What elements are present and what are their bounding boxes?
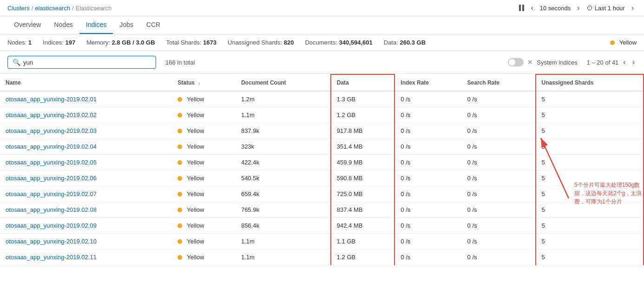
cell-search-rate: 0 /s <box>462 91 536 107</box>
cell-name: otosaas_app_yunxing-2019.02.09 <box>0 218 172 234</box>
cell-name: otosaas_app_yunxing-2019.02.03 <box>0 123 172 139</box>
index-link[interactable]: otosaas_app_yunxing-2019.02.10 <box>6 238 97 245</box>
breadcrumb-clusters[interactable]: Clusters <box>7 5 30 12</box>
row-status-label: Yellow <box>187 175 204 182</box>
row-status-dot <box>177 129 182 133</box>
cluster-status: Yellow <box>610 39 637 46</box>
pagination-next-button[interactable]: › <box>631 57 637 67</box>
interval-next-button[interactable]: › <box>574 3 582 13</box>
col-header-index-rate[interactable]: Index Rate <box>394 74 461 91</box>
tab-jobs[interactable]: Jobs <box>113 16 140 34</box>
total-count: 166 in total <box>165 59 195 66</box>
index-link[interactable]: otosaas_app_yunxing-2019.02.04 <box>6 143 97 150</box>
row-status-label: Yellow <box>187 206 204 213</box>
pagination-info: 1 – 20 of 41 <box>587 59 619 66</box>
cell-search-rate: 0 /s <box>462 123 536 139</box>
cell-unassigned: 5 <box>536 202 644 218</box>
cell-name: otosaas_app_yunxing-2019.02.06 <box>0 170 172 186</box>
cell-search-rate: 0 /s <box>462 234 536 249</box>
search-box[interactable]: 🔍 <box>7 56 156 69</box>
row-status-dot <box>177 192 182 197</box>
col-header-unassigned[interactable]: Unassigned Shards <box>536 74 644 91</box>
table-row: otosaas_app_yunxing-2019.02.11 Yellow 1.… <box>0 249 644 265</box>
col-header-data[interactable]: Data <box>331 74 395 91</box>
col-header-doc-count[interactable]: Document Count <box>236 74 331 91</box>
row-status-label: Yellow <box>187 96 204 103</box>
cell-unassigned: 5 <box>536 170 644 186</box>
cell-doc-count: 540.5k <box>236 170 331 186</box>
cell-index-rate: 0 /s <box>394 170 461 186</box>
cell-index-rate: 0 /s <box>394 218 461 234</box>
cell-unassigned: 5 <box>536 249 644 265</box>
cell-index-rate: 0 /s <box>394 107 461 123</box>
stat-unassigned-shards-label: Unassigned Shards: <box>228 39 282 46</box>
breadcrumb-elasticsearch-link[interactable]: elasticsearch <box>35 5 70 12</box>
index-link[interactable]: otosaas_app_yunxing-2019.02.11 <box>6 254 97 261</box>
index-link[interactable]: otosaas_app_yunxing-2019.02.01 <box>6 96 97 103</box>
cell-data: 351.4 MB <box>331 139 395 155</box>
cell-unassigned: 5 <box>536 186 644 202</box>
index-link[interactable]: otosaas_app_yunxing-2019.02.07 <box>6 190 97 197</box>
cell-index-rate: 0 /s <box>394 91 461 107</box>
index-link[interactable]: otosaas_app_yunxing-2019.02.06 <box>6 175 97 182</box>
cell-index-rate: 0 /s <box>394 155 461 170</box>
system-indices-control: ✕ System indices <box>508 58 577 66</box>
system-indices-label: System indices <box>537 59 577 66</box>
tab-indices[interactable]: Indices <box>79 16 113 34</box>
time-range: ⏲ Last 1 hour <box>586 4 625 12</box>
table-row: otosaas_app_yunxing-2019.02.03 Yellow 83… <box>0 123 644 139</box>
cell-search-rate: 0 /s <box>462 139 536 155</box>
breadcrumb: Clusters / elasticsearch / Elasticsearch <box>7 5 112 12</box>
pause-button[interactable] <box>519 5 524 11</box>
indices-table: Name Status ↓ Document Count Data Index … <box>0 74 644 265</box>
index-link[interactable]: otosaas_app_yunxing-2019.02.08 <box>6 206 97 213</box>
cell-name: otosaas_app_yunxing-2019.02.08 <box>0 202 172 218</box>
cell-search-rate: 0 /s <box>462 186 536 202</box>
col-header-name[interactable]: Name <box>0 74 172 91</box>
cell-doc-count: 1.1m <box>236 107 331 123</box>
cell-data: 837.4 MB <box>331 202 395 218</box>
col-header-status[interactable]: Status ↓ <box>172 74 236 91</box>
tab-ccr[interactable]: CCR <box>140 16 167 34</box>
row-status-dot <box>177 208 182 212</box>
search-input[interactable] <box>23 59 151 66</box>
system-indices-close-button[interactable]: ✕ <box>527 59 533 66</box>
index-link[interactable]: otosaas_app_yunxing-2019.02.02 <box>6 111 97 118</box>
row-status-label: Yellow <box>187 143 204 150</box>
col-header-search-rate[interactable]: Search Rate <box>462 74 536 91</box>
cell-status: Yellow <box>172 170 236 186</box>
cell-index-rate: 0 /s <box>394 123 461 139</box>
cell-name: otosaas_app_yunxing-2019.02.04 <box>0 139 172 155</box>
cell-status: Yellow <box>172 139 236 155</box>
table-row: otosaas_app_yunxing-2019.02.10 Yellow 1.… <box>0 234 644 249</box>
cell-search-rate: 0 /s <box>462 249 536 265</box>
row-status-dot <box>177 160 182 165</box>
stat-indices: Indices: 197 <box>43 39 75 46</box>
cell-search-rate: 0 /s <box>462 218 536 234</box>
cell-status: Yellow <box>172 234 236 249</box>
index-link[interactable]: otosaas_app_yunxing-2019.02.09 <box>6 222 97 229</box>
status-dot <box>610 40 615 45</box>
index-link[interactable]: otosaas_app_yunxing-2019.02.03 <box>6 127 97 134</box>
stat-data-value: 260.3 GB <box>400 39 426 46</box>
cell-data: 942.4 MB <box>331 218 395 234</box>
top-controls: ‹ 10 seconds › ⏲ Last 1 hour › <box>519 3 637 13</box>
stat-total-shards-label: Total Shards: <box>166 39 202 46</box>
cell-doc-count: 1.1m <box>236 249 331 265</box>
index-link[interactable]: otosaas_app_yunxing-2019.02.05 <box>6 159 97 166</box>
row-status-label: Yellow <box>187 127 204 134</box>
row-status-label: Yellow <box>187 190 204 197</box>
system-indices-toggle[interactable] <box>508 58 524 66</box>
interval-prev-button[interactable]: ‹ <box>528 3 536 13</box>
tab-nodes[interactable]: Nodes <box>47 16 79 34</box>
cell-search-rate: 0 /s <box>462 107 536 123</box>
cell-data: 459.9 MB <box>331 155 395 170</box>
tab-overview[interactable]: Overview <box>7 16 47 34</box>
toggle-track[interactable] <box>508 58 524 66</box>
pagination-prev-button[interactable]: ‹ <box>621 57 627 67</box>
table-row: otosaas_app_yunxing-2019.02.05 Yellow 42… <box>0 155 644 170</box>
cell-doc-count: 1.1m <box>236 234 331 249</box>
time-next-button[interactable]: › <box>629 3 637 13</box>
cell-doc-count: 659.4k <box>236 186 331 202</box>
cell-unassigned: 5 <box>536 234 644 249</box>
